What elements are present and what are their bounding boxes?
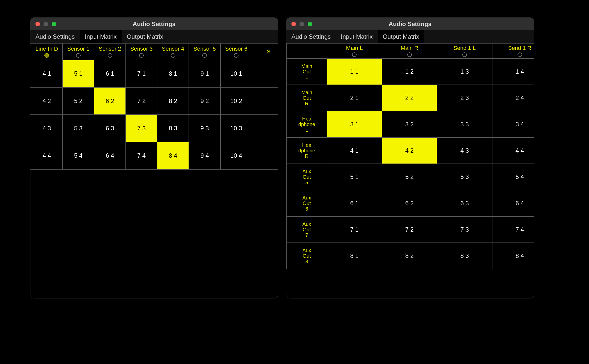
matrix-cell[interactable]: 4 4 — [31, 142, 62, 169]
matrix-cell[interactable]: 4 3 — [31, 115, 62, 142]
column-radio-icon[interactable] — [171, 53, 175, 58]
column-header[interactable]: Sensor 1 — [63, 44, 94, 60]
column-radio-icon[interactable] — [352, 52, 357, 57]
column-header[interactable]: Line-In C — [30, 44, 31, 60]
column-header[interactable]: Sensor 5 — [189, 44, 220, 60]
column-radio-icon[interactable] — [407, 52, 412, 57]
matrix-cell[interactable]: 5 2 — [382, 164, 437, 190]
matrix-cell[interactable]: 4 4 — [492, 138, 534, 164]
column-radio-icon[interactable] — [108, 53, 112, 58]
matrix-cell[interactable]: 4 2 — [31, 88, 62, 114]
matrix-cell[interactable]: 6 1 — [94, 60, 125, 87]
matrix-cell[interactable]: 7 4 — [126, 142, 157, 169]
matrix-cell[interactable]: 9 1 — [189, 60, 220, 87]
matrix-cell[interactable]: 6 2 — [382, 190, 437, 216]
column-radio-icon[interactable] — [462, 52, 467, 57]
matrix-cell[interactable]: 3 3 — [30, 115, 31, 142]
matrix-cell[interactable]: 6 2 — [94, 88, 125, 114]
column-radio-icon[interactable] — [76, 53, 81, 58]
column-header[interactable]: Main L — [327, 44, 382, 58]
matrix-cell[interactable]: 4 1 — [31, 60, 62, 87]
matrix-cell[interactable] — [252, 60, 278, 87]
matrix-cell[interactable]: 10 3 — [221, 115, 252, 142]
column-header[interactable]: Main R — [382, 44, 437, 58]
zoom-icon[interactable] — [308, 22, 312, 26]
matrix-cell[interactable]: 8 4 — [157, 142, 189, 169]
matrix-cell[interactable]: 6 4 — [492, 190, 534, 216]
column-radio-icon[interactable] — [518, 52, 522, 57]
matrix-cell[interactable]: 7 2 — [126, 88, 157, 114]
column-header[interactable]: Sensor 2 — [94, 44, 125, 60]
column-header[interactable]: Sensor 4 — [157, 44, 189, 60]
matrix-scroll-area[interactable]: Main LMain RSend 1 LSend 1 RSend 2 LSend… — [286, 43, 534, 298]
matrix-cell[interactable] — [252, 88, 278, 114]
matrix-cell[interactable] — [252, 115, 278, 142]
matrix-cell[interactable]: 1 1 — [327, 59, 382, 85]
matrix-cell[interactable]: 4 2 — [382, 138, 437, 164]
matrix-cell[interactable]: 8 3 — [437, 243, 492, 269]
matrix-cell[interactable]: 3 3 — [437, 111, 492, 137]
matrix-cell[interactable]: 6 3 — [437, 190, 492, 216]
matrix-cell[interactable]: 10 1 — [221, 60, 252, 87]
matrix-cell[interactable]: 6 3 — [94, 115, 125, 142]
column-radio-icon[interactable] — [44, 53, 49, 58]
matrix-cell[interactable]: 2 3 — [437, 85, 492, 111]
matrix-cell[interactable]: 1 2 — [382, 59, 437, 85]
matrix-cell[interactable]: 5 2 — [63, 88, 94, 114]
tab-output-matrix[interactable]: Output Matrix — [122, 30, 168, 43]
matrix-cell[interactable]: 8 2 — [157, 88, 189, 114]
matrix-cell[interactable]: 5 1 — [63, 60, 94, 87]
matrix-cell[interactable]: 9 2 — [189, 88, 220, 114]
matrix-cell[interactable]: 3 4 — [492, 111, 534, 137]
matrix-cell[interactable]: 1 3 — [437, 59, 492, 85]
column-header[interactable]: Send 1 L — [437, 44, 492, 58]
matrix-cell[interactable]: 10 4 — [221, 142, 252, 169]
tab-audio-settings[interactable]: Audio Settings — [286, 30, 336, 43]
minimize-icon[interactable] — [44, 22, 48, 26]
column-radio-icon[interactable] — [234, 53, 238, 58]
matrix-cell[interactable]: 2 2 — [382, 85, 437, 111]
matrix-cell[interactable] — [252, 142, 278, 169]
matrix-cell[interactable]: 6 1 — [327, 190, 382, 216]
column-header[interactable]: S — [252, 44, 278, 60]
matrix-cell[interactable]: 3 2 — [382, 111, 437, 137]
column-radio-icon[interactable] — [202, 53, 207, 58]
matrix-cell[interactable]: 6 4 — [94, 142, 125, 169]
matrix-cell[interactable]: 3 1 — [30, 60, 31, 87]
matrix-cell[interactable]: 7 4 — [492, 217, 534, 242]
matrix-cell[interactable]: 7 1 — [327, 217, 382, 242]
matrix-cell[interactable]: 1 4 — [492, 59, 534, 85]
matrix-cell[interactable]: 7 2 — [382, 217, 437, 242]
matrix-cell[interactable]: 2 1 — [327, 85, 382, 111]
matrix-cell[interactable]: 8 1 — [157, 60, 189, 87]
matrix-scroll-area[interactable]: ne BLine-In CLine-In DSensor 1Sensor 2Se… — [30, 43, 278, 298]
column-header[interactable]: Sensor 6 — [221, 44, 252, 60]
column-header[interactable]: Line-In D — [31, 44, 62, 60]
matrix-cell[interactable]: 4 3 — [437, 138, 492, 164]
matrix-cell[interactable]: 3 1 — [327, 111, 382, 137]
matrix-cell[interactable]: 4 1 — [327, 138, 382, 164]
matrix-cell[interactable]: 5 1 — [327, 164, 382, 190]
column-header[interactable]: Send 1 R — [492, 44, 534, 58]
matrix-cell[interactable]: 5 3 — [63, 115, 94, 142]
titlebar[interactable]: Audio Settings — [286, 18, 534, 30]
matrix-cell[interactable]: 3 4 — [30, 142, 31, 169]
matrix-cell[interactable]: 2 4 — [492, 85, 534, 111]
tab-input-matrix[interactable]: Input Matrix — [80, 30, 122, 43]
tab-input-matrix[interactable]: Input Matrix — [336, 30, 378, 43]
matrix-cell[interactable]: 8 2 — [382, 243, 437, 269]
matrix-cell[interactable]: 9 3 — [189, 115, 220, 142]
matrix-cell[interactable]: 8 4 — [492, 243, 534, 269]
column-header[interactable]: Sensor 3 — [126, 44, 157, 60]
column-radio-icon[interactable] — [139, 53, 144, 58]
zoom-icon[interactable] — [52, 22, 56, 26]
matrix-cell[interactable]: 8 3 — [157, 115, 189, 142]
close-icon[interactable] — [35, 22, 40, 26]
matrix-cell[interactable]: 3 2 — [30, 88, 31, 114]
matrix-cell[interactable]: 10 2 — [221, 88, 252, 114]
matrix-cell[interactable]: 7 1 — [126, 60, 157, 87]
matrix-cell[interactable]: 5 3 — [437, 164, 492, 190]
matrix-cell[interactable]: 9 4 — [189, 142, 220, 169]
matrix-cell[interactable]: 7 3 — [437, 217, 492, 242]
titlebar[interactable]: Audio Settings — [30, 18, 278, 30]
